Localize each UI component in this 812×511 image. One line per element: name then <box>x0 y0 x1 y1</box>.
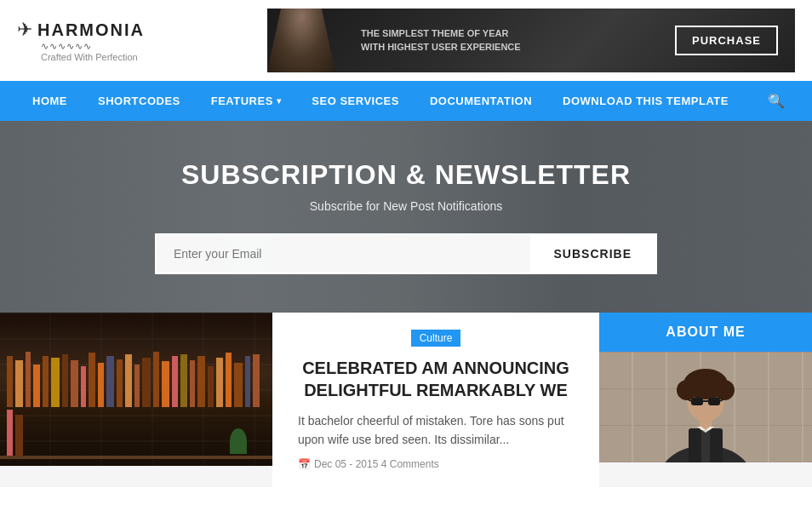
logo-wave: ∿∿∿∿∿∿ <box>41 41 92 52</box>
newsletter-title: SUBSCRIPTION & NEWSLETTER <box>181 159 631 191</box>
nav-item-home[interactable]: HOME <box>17 83 83 119</box>
banner-text: THE SIMPLEST THEME OF YEAR WITH HIGHEST … <box>361 27 521 54</box>
content-section: Culture CELEBRATED AM ANNOUNCING DELIGHT… <box>0 313 812 487</box>
post-category-badge[interactable]: Culture <box>411 330 461 347</box>
header: ✈ HARMONIA ∿∿∿∿∿∿ Crafted With Perfectio… <box>0 0 812 81</box>
about-me-avatar-svg <box>599 352 812 462</box>
post-title: CELEBRATED AM ANNOUNCING DELIGHTFUL REMA… <box>298 357 574 401</box>
nav-item-documentation[interactable]: DOCUMENTATION <box>415 83 547 119</box>
post-meta: 📅 Dec 05 - 2015 4 Comments <box>298 458 574 470</box>
email-input[interactable] <box>157 235 530 273</box>
navigation: HOME SHORTCODES FEATURES ▾ SEO SERVICES … <box>0 81 812 121</box>
svg-point-16 <box>696 370 715 388</box>
calendar-icon: 📅 <box>298 458 311 470</box>
right-sidebar: ABOUT ME <box>599 313 812 487</box>
subscribe-button[interactable]: SUBSCRIBE <box>530 235 655 273</box>
nav-item-features[interactable]: FEATURES ▾ <box>196 83 297 119</box>
about-me-header: ABOUT ME <box>599 313 812 352</box>
features-dropdown-arrow: ▾ <box>277 96 282 106</box>
post-image <box>0 313 272 466</box>
nav-item-shortcodes[interactable]: SHORTCODES <box>83 83 196 119</box>
newsletter-section: SUBSCRIPTION & NEWSLETTER Subscribe for … <box>0 121 812 313</box>
logo-icon: ✈ <box>17 19 32 41</box>
banner-slogan: THE SIMPLEST THEME OF YEAR WITH HIGHEST … <box>361 27 521 54</box>
nav-item-download[interactable]: DOWNLOAD THIS TEMPLATE <box>547 83 744 119</box>
logo-name: ✈ HARMONIA <box>17 19 145 41</box>
post-excerpt: It bachelor cheerful of mistaken. Tore h… <box>298 411 574 450</box>
svg-rect-18 <box>708 398 720 405</box>
svg-rect-17 <box>691 398 703 405</box>
banner-ad: THE SIMPLEST THEME OF YEAR WITH HIGHEST … <box>267 9 795 72</box>
logo-tagline: Crafted With Perfection <box>41 52 138 62</box>
nav-item-seo-services[interactable]: SEO SERVICES <box>296 83 415 119</box>
logo-text: HARMONIA <box>37 20 145 40</box>
about-me-image <box>599 352 812 462</box>
purchase-button[interactable]: PURCHASE <box>675 26 778 55</box>
featured-post: Culture CELEBRATED AM ANNOUNCING DELIGHT… <box>272 313 599 487</box>
logo-area: ✈ HARMONIA ∿∿∿∿∿∿ Crafted With Perfectio… <box>17 19 145 62</box>
search-icon[interactable]: 🔍 <box>758 81 795 121</box>
subscribe-form: SUBSCRIBE <box>155 233 657 274</box>
banner-lamp-image <box>267 9 335 72</box>
newsletter-subtitle: Subscribe for New Post Notifications <box>310 199 502 213</box>
